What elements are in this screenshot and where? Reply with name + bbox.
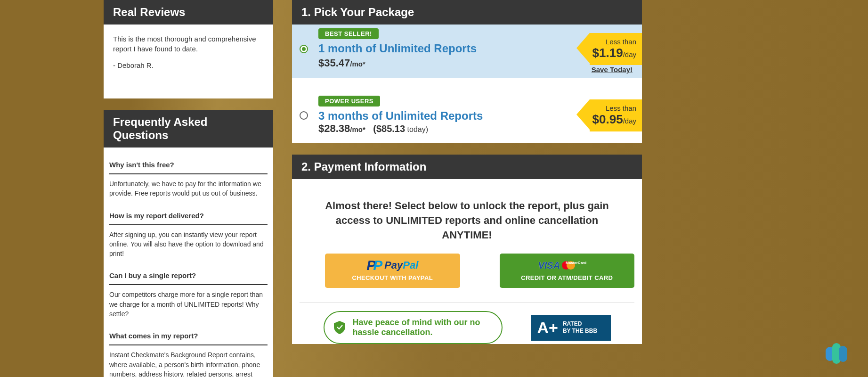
package-title: 3 months of Unlimited Reports	[318, 109, 590, 123]
review-author: - Deborah R.	[113, 60, 264, 70]
package-price: $28.38/mo*	[318, 123, 365, 134]
faq-card: Frequently Asked Questions Why isn't thi…	[104, 110, 273, 377]
credit-card-button-label: CREDIT OR ATM/DEBIT CARD	[509, 274, 625, 281]
cancellation-pill: Have peace of mind with our no hassle ca…	[324, 311, 503, 344]
paypal-button-label: CHECKOUT WITH PAYPAL	[334, 274, 451, 281]
radio-icon[interactable]	[300, 264, 306, 271]
cancellation-text: Have peace of mind with our no hassle ca…	[353, 318, 488, 337]
price-per-day-tag: Less than $1.19/day	[590, 33, 642, 65]
faq-answer: Unfortunately, we have to pay for the in…	[109, 174, 268, 203]
package-option-3month[interactable]: POWER USERS 3 months of Unlimited Report…	[292, 92, 642, 143]
real-reviews-header: Real Reviews	[104, 0, 273, 25]
radio-icon[interactable]	[300, 111, 308, 120]
price-per-day-tag: Less than $0.95/day	[590, 99, 642, 131]
radio-icon[interactable]	[300, 45, 308, 53]
package-title: 1 month of Unlimited Reports	[318, 42, 590, 55]
floating-widget-icon[interactable]	[826, 343, 847, 364]
bbb-text: RATED BY THE BBB	[563, 320, 597, 335]
faq-question: How is my report delivered?	[109, 203, 268, 225]
package-today-price: ($85.13 today)	[373, 123, 428, 134]
real-reviews-card: Real Reviews This is the most thorough a…	[104, 0, 273, 98]
bbb-badge: A+ RATED BY THE BBB	[531, 315, 611, 341]
payment-card: 2. Payment Information Almost there! Sel…	[292, 155, 642, 344]
paypal-button[interactable]: PP PayPal CHECKOUT WITH PAYPAL	[325, 254, 460, 288]
paypal-logo-icon: PP PayPal	[334, 259, 451, 271]
faq-answer: Instant Checkmate's Background Report co…	[109, 345, 268, 377]
package-price: $35.47/mo*	[318, 57, 590, 69]
faq-question: Why isn't this free?	[109, 156, 268, 174]
faq-question: What comes in my report?	[109, 323, 268, 345]
shield-icon	[334, 321, 345, 334]
faq-header: Frequently Asked Questions	[104, 110, 273, 148]
power-users-badge: POWER USERS	[318, 96, 380, 107]
radio-icon[interactable]	[474, 264, 481, 271]
payment-header: 2. Payment Information	[292, 155, 642, 179]
card-logos-icon: VISA MasterCard	[509, 259, 625, 271]
bbb-grade: A+	[537, 319, 558, 337]
package-option-1month[interactable]: BEST SELLER! 1 month of Unlimited Report…	[292, 25, 642, 78]
save-today-link[interactable]: Save Today!	[592, 66, 633, 74]
faq-question: Can I buy a single report?	[109, 263, 268, 285]
faq-answer: Our competitors charge more for a single…	[109, 285, 268, 323]
payment-intro-text: Almost there! Select below to unlock the…	[292, 179, 642, 254]
faq-answer: After signing up, you can instantly view…	[109, 225, 268, 263]
best-seller-badge: BEST SELLER!	[318, 28, 379, 39]
package-header: 1. Pick Your Package	[292, 0, 642, 25]
credit-card-button[interactable]: VISA MasterCard CREDIT OR ATM/DEBIT CARD	[500, 254, 635, 288]
review-text: This is the most thorough and comprehens…	[113, 34, 264, 54]
package-card: 1. Pick Your Package BEST SELLER! 1 mont…	[292, 0, 642, 143]
